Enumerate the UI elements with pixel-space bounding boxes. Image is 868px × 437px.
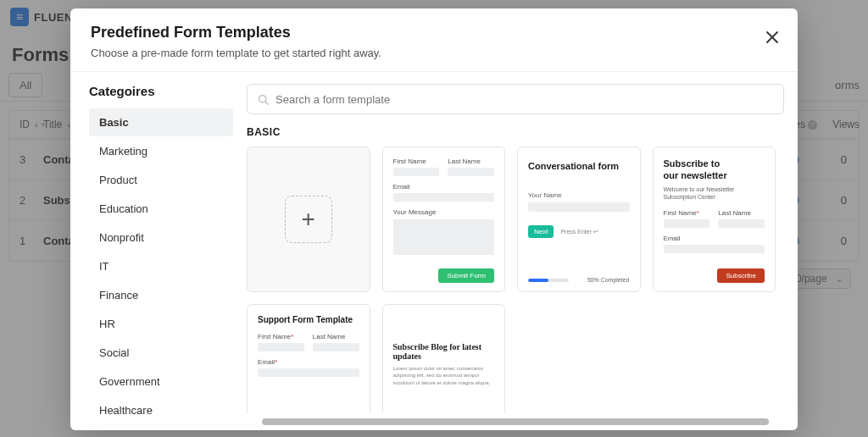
- category-item[interactable]: Social: [89, 339, 233, 367]
- field-input-preview: [448, 168, 494, 176]
- sidebar: Categoires BasicMarketingProductEducatio…: [89, 84, 233, 425]
- field-input-preview: [664, 245, 765, 253]
- field-label: Email: [393, 183, 495, 191]
- template-card-contact[interactable]: First Name Last Name Email Your Message: [382, 147, 506, 292]
- card-subtitle: Welcome to our Newsletter Subscription C…: [664, 185, 765, 201]
- textarea-preview: [393, 219, 495, 255]
- next-button-preview: Next: [528, 225, 554, 238]
- card-title: Conversational form: [528, 161, 630, 171]
- field-input-preview: [393, 168, 440, 176]
- category-item[interactable]: Marketing: [89, 137, 233, 165]
- field-label: Last Name: [448, 158, 494, 165]
- field-label: Last Name: [718, 209, 765, 217]
- section-label: BASIC: [247, 126, 784, 138]
- progress-bar: [528, 279, 569, 282]
- category-item[interactable]: Finance: [89, 281, 233, 309]
- field-label: Last Name: [313, 333, 359, 340]
- close-icon: [766, 31, 778, 43]
- field-input-preview: [313, 343, 359, 351]
- field-input-preview: [258, 368, 359, 377]
- field-label: First Name*: [664, 209, 710, 217]
- category-item[interactable]: Education: [89, 195, 233, 223]
- category-list: BasicMarketingProductEducationNonprofitI…: [89, 108, 233, 424]
- horizontal-scrollbar[interactable]: [262, 418, 769, 425]
- category-item[interactable]: Nonprofit: [89, 224, 233, 252]
- press-enter-hint: Press Enter ↵: [560, 229, 598, 235]
- category-item[interactable]: Government: [89, 368, 233, 396]
- field-input-preview: [393, 193, 495, 202]
- field-label: Your Name: [528, 191, 630, 199]
- subscribe-button-preview: Subscribe: [717, 268, 765, 283]
- card-title: Support Form Template: [258, 315, 359, 324]
- field-label: First Name: [393, 158, 440, 165]
- card-title: Subscribe Blog for latest updates: [393, 342, 495, 361]
- plus-icon: +: [285, 196, 332, 243]
- field-label: First Name*: [258, 333, 304, 340]
- submit-button-preview: Submit Form: [438, 268, 494, 283]
- field-label: Email*: [258, 358, 359, 366]
- category-item[interactable]: Basic: [89, 108, 233, 136]
- field-label: Your Message: [393, 208, 495, 216]
- template-card-blank[interactable]: +: [247, 147, 370, 292]
- modal-body: Categoires BasicMarketingProductEducatio…: [70, 72, 798, 430]
- category-item[interactable]: IT: [89, 252, 233, 280]
- templates-modal: Predefined Form Templates Choose a pre-m…: [70, 8, 798, 430]
- modal-header: Predefined Form Templates Choose a pre-m…: [70, 8, 798, 72]
- field-input-preview: [258, 343, 304, 351]
- sidebar-title: Categoires: [89, 84, 233, 98]
- content-panel: BASIC + First Name: [233, 84, 784, 425]
- template-card-conversational[interactable]: Conversational form Your Name Next Press…: [517, 147, 641, 292]
- search-input[interactable]: [275, 93, 773, 106]
- cards-grid: + First Name Last Name: [247, 147, 776, 413]
- template-card-blog[interactable]: Subscribe Blog for latest updates Lorem …: [382, 304, 506, 413]
- category-item[interactable]: Product: [89, 166, 233, 194]
- modal-title: Predefined Form Templates: [91, 24, 777, 41]
- field-input-preview: [528, 202, 630, 212]
- search-icon: [258, 94, 269, 105]
- card-title: Subscribe to our newsletter: [664, 158, 765, 182]
- cards-scroll[interactable]: + First Name Last Name: [247, 147, 784, 413]
- progress-text: 50% Completed: [587, 277, 630, 283]
- search-wrap[interactable]: [247, 84, 784, 114]
- field-input-preview: [664, 219, 710, 228]
- field-input-preview: [718, 219, 765, 228]
- category-item[interactable]: Healthcare: [89, 396, 233, 424]
- card-lorem: Lorem ipsum dolor sit amet, consectetur …: [393, 365, 495, 386]
- modal-subtitle: Choose a pre-made form template to get s…: [91, 47, 777, 59]
- field-label: Email: [664, 235, 765, 242]
- close-button[interactable]: [762, 27, 782, 47]
- category-item[interactable]: HR: [89, 310, 233, 338]
- template-card-support[interactable]: Support Form Template First Name* Last N…: [247, 304, 370, 413]
- template-card-newsletter[interactable]: Subscribe to our newsletter Welcome to o…: [653, 147, 776, 292]
